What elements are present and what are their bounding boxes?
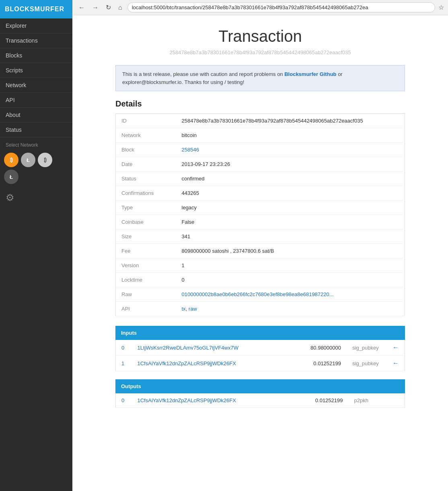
details-table: ID258478e8b7a3b78301661e78b4f93a792af878…: [115, 113, 405, 316]
output-amount: 0.01252199: [292, 393, 349, 408]
detail-label: Locktime: [116, 273, 176, 287]
sidebar-item-network[interactable]: Network: [0, 78, 72, 93]
table-row: Confirmations443265: [116, 186, 405, 200]
table-row: Locktime0: [116, 273, 405, 287]
sidebar-item-scripts[interactable]: Scripts: [0, 63, 72, 78]
notice-text: This is a test release, please use with …: [122, 71, 284, 77]
table-row: APItx, raw: [116, 302, 405, 316]
detail-label: API: [116, 302, 176, 316]
output-index[interactable]: 0: [116, 393, 132, 408]
detail-value: 1: [176, 258, 405, 273]
detail-value: bitcoin: [176, 128, 405, 143]
select-network-label: Select Network: [0, 137, 72, 150]
detail-link[interactable]: tx: [182, 306, 186, 312]
network-bitcoin[interactable]: ₿: [4, 153, 18, 167]
detail-value: 258478e8b7a3b78301661e78b4f93a792af878b5…: [176, 114, 405, 128]
output-arrow-icon: [389, 393, 405, 408]
outputs-section: Outputs 01CfsAiYaVfk12dnZpZALcRSP9jjWDk2…: [115, 379, 405, 408]
table-row: Block258546: [116, 143, 405, 157]
detail-label: Date: [116, 157, 176, 172]
detail-link[interactable]: 258546: [182, 147, 199, 153]
detail-label: Network: [116, 128, 176, 143]
table-row: 01CfsAiYaVfk12dnZpZALcRSP9jjWDk26FX0.012…: [116, 393, 405, 408]
input-amount: 0.01252199: [288, 356, 347, 371]
network-bitcoin-testnet[interactable]: ₿: [38, 153, 52, 167]
sidebar-item-explorer[interactable]: Explorer: [0, 18, 72, 33]
table-row: Typelegacy: [116, 200, 405, 215]
sidebar-item-blocks[interactable]: Blocks: [0, 48, 72, 63]
detail-label: Fee: [116, 244, 176, 258]
settings-button[interactable]: ⚙: [0, 186, 72, 209]
sidebar-item-about[interactable]: About: [0, 108, 72, 123]
detail-value: confirmed: [176, 172, 405, 186]
table-row: ID258478e8b7a3b78301661e78b4f93a792af878…: [116, 114, 405, 128]
detail-label: Confirmations: [116, 186, 176, 200]
sidebar-item-api[interactable]: API: [0, 93, 72, 108]
detail-value: False: [176, 215, 405, 229]
table-row: Raw0100000002b8ae0b6eb266fc2c7680e3ef8be…: [116, 287, 405, 302]
table-row: 11CfsAiYaVfk12dnZpZALcRSP9jjWDk26FX0.012…: [116, 356, 405, 371]
detail-link[interactable]: 0100000002b8ae0b6eb266fc2c7680e3ef8be98e…: [182, 291, 334, 297]
detail-label: Coinbase: [116, 215, 176, 229]
detail-label: Status: [116, 172, 176, 186]
detail-value: 341: [176, 229, 405, 244]
details-title: Details: [115, 99, 405, 108]
sidebar: BLOCKSMURFER Explorer Transactions Block…: [0, 0, 72, 491]
network-litecoin[interactable]: Ł: [21, 153, 35, 167]
inputs-header: Inputs: [115, 326, 405, 340]
input-arrow-icon[interactable]: ←: [387, 340, 405, 356]
transaction-hash: 258478e8b7a3b78301661e78b4f93a792af878b5…: [115, 49, 405, 55]
reload-button[interactable]: ↻: [104, 3, 113, 12]
forward-button[interactable]: →: [90, 3, 101, 12]
address-bar[interactable]: [127, 2, 435, 12]
detail-label: ID: [116, 114, 176, 128]
table-row: Version1: [116, 258, 405, 273]
sidebar-logo[interactable]: BLOCKSMURFER: [0, 0, 72, 18]
detail-value: 258546: [176, 143, 405, 157]
input-index[interactable]: 0: [116, 340, 132, 356]
outputs-header: Outputs: [115, 379, 405, 393]
table-row: Size341: [116, 229, 405, 244]
home-button[interactable]: ⌂: [116, 3, 124, 12]
input-arrow-icon[interactable]: ←: [387, 356, 405, 371]
network-litecoin-testnet[interactable]: Ł: [4, 170, 18, 184]
input-amount: 80.98000000: [288, 340, 347, 356]
github-link[interactable]: Blocksmurfer Github: [284, 71, 336, 77]
outputs-table: 01CfsAiYaVfk12dnZpZALcRSP9jjWDk26FX0.012…: [115, 393, 405, 408]
table-row: Date2013-09-17 23:23:26: [116, 157, 405, 172]
sidebar-nav: Explorer Transactions Blocks Scripts Net…: [0, 18, 72, 137]
detail-label: Size: [116, 229, 176, 244]
browser-chrome: ← → ↻ ⌂ ☆: [72, 0, 448, 15]
sidebar-item-transactions[interactable]: Transactions: [0, 33, 72, 48]
table-row: Networkbitcoin: [116, 128, 405, 143]
detail-value: 0: [176, 273, 405, 287]
input-address[interactable]: 1LtjWsKsrr2RweDLAmv75oGL7tjVF4wx7W: [132, 340, 289, 356]
inputs-section: Inputs 01LtjWsKsrr2RweDLAmv75oGL7tjVF4wx…: [115, 326, 405, 371]
sidebar-item-status[interactable]: Status: [0, 123, 72, 137]
detail-link[interactable]: raw: [189, 306, 197, 312]
detail-value: tx, raw: [176, 302, 405, 316]
page-title: Transaction: [115, 27, 405, 45]
table-row: Statusconfirmed: [116, 172, 405, 186]
detail-value: 8098000000 satoshi , 23747800.6 sat/B: [176, 244, 405, 258]
detail-label: Block: [116, 143, 176, 157]
table-row: CoinbaseFalse: [116, 215, 405, 229]
input-address[interactable]: 1CfsAiYaVfk12dnZpZALcRSP9jjWDk26FX: [132, 356, 289, 371]
output-address[interactable]: 1CfsAiYaVfk12dnZpZALcRSP9jjWDk26FX: [132, 393, 292, 408]
bookmark-icon[interactable]: ☆: [438, 4, 444, 11]
detail-label: Type: [116, 200, 176, 215]
output-type: p2pkh: [349, 393, 389, 408]
page-content: Transaction 258478e8b7a3b78301661e78b4f9…: [99, 15, 421, 428]
detail-label: Raw: [116, 287, 176, 302]
notice-banner: This is a test release, please use with …: [115, 65, 405, 91]
input-type: sig_pubkey: [347, 340, 387, 356]
input-index[interactable]: 1: [116, 356, 132, 371]
gear-icon: ⚙: [6, 192, 14, 203]
inputs-table: 01LtjWsKsrr2RweDLAmv75oGL7tjVF4wx7W80.98…: [115, 340, 405, 371]
detail-label: Version: [116, 258, 176, 273]
main-content: ← → ↻ ⌂ ☆ Transaction 258478e8b7a3b78301…: [72, 0, 448, 491]
detail-value: legacy: [176, 200, 405, 215]
back-button[interactable]: ←: [76, 3, 87, 12]
table-row: Fee8098000000 satoshi , 23747800.6 sat/B: [116, 244, 405, 258]
table-row: 01LtjWsKsrr2RweDLAmv75oGL7tjVF4wx7W80.98…: [116, 340, 405, 356]
